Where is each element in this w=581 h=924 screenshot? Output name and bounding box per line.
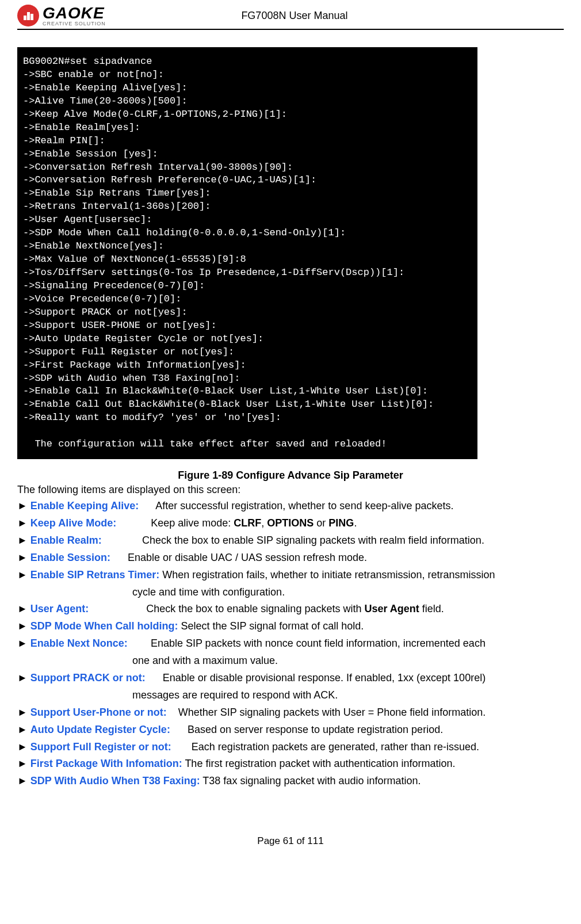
- intro-text: The following items are displayed on thi…: [17, 484, 564, 496]
- logo-text: GAOKE: [43, 5, 106, 21]
- parameter-list: ► Enable Keeping Alive: After successful…: [17, 498, 564, 789]
- list-item: ► Enable Session: Enable or disable UAC …: [17, 550, 564, 566]
- logo-tagline: CREATIVE SOLUTION: [43, 21, 106, 26]
- document-title: FG7008N User Manual: [106, 10, 483, 22]
- logo-text-wrap: GAOKE CREATIVE SOLUTION: [43, 5, 106, 26]
- page-footer: Page 61 of 111: [17, 835, 564, 847]
- list-item: ► SDP With Audio When T38 Faxing: T38 fa…: [17, 773, 564, 789]
- list-item-continuation: one and with a maximum value.: [17, 653, 564, 669]
- list-item: ► Support Full Register or not: Each reg…: [17, 739, 564, 755]
- list-item-continuation: cycle and time with configuration.: [17, 585, 564, 601]
- list-item: ► User Agent: Check the box to enable si…: [17, 601, 564, 617]
- list-item: ► First Package With Infomation: The fir…: [17, 756, 564, 772]
- terminal-output: BG9002N#set sipadvance ->SBC enable or n…: [17, 47, 477, 459]
- list-item: ► Enable Keeping Alive: After successful…: [17, 498, 564, 514]
- logo: GAOKE CREATIVE SOLUTION: [17, 5, 106, 26]
- list-item: ► Support PRACK or not: Enable or disabl…: [17, 670, 564, 686]
- page: GAOKE CREATIVE SOLUTION FG7008N User Man…: [0, 0, 581, 864]
- logo-icon: [17, 5, 39, 26]
- list-item-continuation: messages are required to respond with AC…: [17, 688, 564, 704]
- list-item: ► Enable Realm: Check the box to enable …: [17, 533, 564, 549]
- list-item: ► Keep Alive Mode: Keep alive mode: CLRF…: [17, 516, 564, 532]
- list-item: ► Auto Update Register Cycle: Based on s…: [17, 722, 564, 738]
- list-item: ► Enable Next Nonce: Enable SIP packets …: [17, 636, 564, 652]
- figure-caption: Figure 1-89 Configure Advance Sip Parame…: [17, 469, 564, 482]
- header-bar: GAOKE CREATIVE SOLUTION FG7008N User Man…: [17, 0, 564, 30]
- list-item: ► Enable SIP Retrans Timer: When registr…: [17, 567, 564, 583]
- list-item: ► SDP Mode When Call holding: Select the…: [17, 618, 564, 635]
- list-item: ► Support User-Phone or not: Whether SIP…: [17, 705, 564, 721]
